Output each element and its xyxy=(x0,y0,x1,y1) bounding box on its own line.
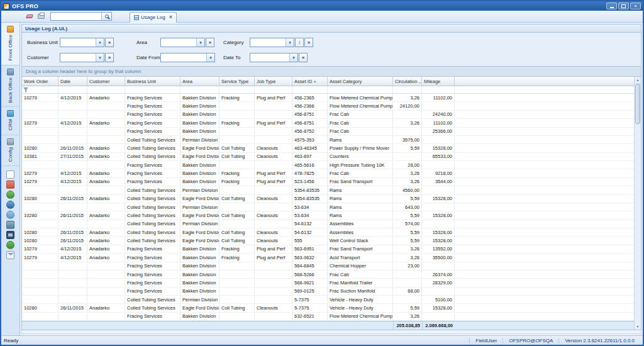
table-row[interactable]: 102794/12/2015AnadarkoFracing ServicesBa… xyxy=(22,245,634,254)
cell: 5,59 xyxy=(393,228,422,236)
report-icon[interactable] xyxy=(6,181,14,189)
table-row[interactable]: 1028026/11/2015AnadarkoCoiled Tubing Ser… xyxy=(22,228,634,237)
sidebar-tab-front-office[interactable]: Front Office xyxy=(1,23,19,65)
column-header-business-unit[interactable]: Business Unit xyxy=(125,77,180,86)
sidebar-tab-config[interactable]: Config xyxy=(1,135,19,166)
document-icon[interactable] xyxy=(6,170,14,179)
chevron-down-icon[interactable]: ▾ xyxy=(96,53,104,62)
table-row[interactable]: 102794/12/2015AnadarkoFracing ServicesBa… xyxy=(22,254,634,262)
table-row[interactable]: 102794/12/2015AnadarkoFracing ServicesBa… xyxy=(22,178,634,186)
filter-cell[interactable] xyxy=(22,86,58,93)
chevron-down-icon[interactable]: ▾ xyxy=(196,38,204,47)
horizontal-scrollbar[interactable] xyxy=(21,330,641,334)
area-combo[interactable]: ▾ xyxy=(160,38,205,47)
chevron-down-icon[interactable]: ▾ xyxy=(96,38,104,47)
filter-cell[interactable] xyxy=(255,86,292,93)
date-to-picker[interactable]: ▾ xyxy=(250,53,298,62)
chevron-down-icon[interactable]: ▾ xyxy=(286,38,294,47)
cell xyxy=(58,287,87,295)
table-row[interactable]: Fracing ServicesBakken Division456-2366F… xyxy=(22,102,634,110)
table-row[interactable]: Fracing ServicesBakken Division568-5266F… xyxy=(22,271,634,279)
column-header-area[interactable]: Area xyxy=(180,77,219,86)
clear-customer-button[interactable]: × xyxy=(105,53,114,62)
clear-business-unit-button[interactable]: × xyxy=(105,38,114,47)
filter-cell[interactable] xyxy=(58,86,87,93)
scroll-up-icon[interactable]: ▲ xyxy=(635,77,641,83)
table-row[interactable]: 1028026/11/2015AnadarkoCoiled Tubing Ser… xyxy=(22,237,634,245)
table-row[interactable]: 102794/12/2015AnadarkoFracing ServicesBa… xyxy=(22,94,634,102)
table-row[interactable]: 1028026/11/2015AnadarkoCoiled Tubing Ser… xyxy=(22,195,634,203)
table-row[interactable]: 1038127/11/2015AnadarkoCoiled Tubing Ser… xyxy=(22,153,634,161)
sidebar-tab-back-office[interactable]: Back Office xyxy=(1,65,19,108)
table-row[interactable]: Coiled Tubing ServicesPermian Division54… xyxy=(22,220,634,228)
search-input[interactable] xyxy=(51,13,101,20)
sidebar-tab-crm[interactable]: CRM xyxy=(1,107,19,135)
tab-close-icon[interactable]: × xyxy=(169,14,172,20)
start-icon[interactable] xyxy=(6,191,14,199)
cell xyxy=(219,102,255,109)
table-row[interactable]: Coiled Tubing ServicesPermian Division53… xyxy=(22,186,634,194)
eraser-button[interactable] xyxy=(24,11,35,21)
column-header-job-type[interactable]: Job Type xyxy=(255,77,292,86)
table-row[interactable]: Coiled Tubing ServicesPermian Division53… xyxy=(22,203,634,211)
cell: 5354-83535 xyxy=(292,195,328,203)
scrollbar-thumb[interactable] xyxy=(635,84,640,124)
column-header-work-order[interactable]: Work Order xyxy=(22,77,58,86)
column-header-asset-category[interactable]: Asset Category xyxy=(328,77,393,86)
chevron-down-icon[interactable]: ▾ xyxy=(289,53,297,62)
column-header-asset-id[interactable]: Asset ID ▲ xyxy=(292,77,328,86)
table-row[interactable]: 102794/12/2015AnadarkoFracing ServicesBa… xyxy=(22,119,634,127)
table-row[interactable]: Coiled Tubing ServicesPermian Division45… xyxy=(22,136,634,144)
table-row[interactable]: 102794/12/2015AnadarkoFracing ServicesBa… xyxy=(22,169,634,177)
column-header-circulation[interactable]: Circulation ... xyxy=(393,77,422,86)
filter-cell[interactable] xyxy=(87,86,125,93)
table-row[interactable]: Fracing ServicesBakken Division569-0125F… xyxy=(22,287,634,296)
table-row[interactable]: Fracing ServicesBakken Division568-9621F… xyxy=(22,279,634,287)
tab-usage-log[interactable]: Usage Log × xyxy=(130,12,177,23)
table-row[interactable]: Fracing ServicesBakken Division456-8752F… xyxy=(22,128,634,136)
filter-cell[interactable] xyxy=(219,86,255,93)
clear-date-to-button[interactable]: × xyxy=(299,53,308,62)
table-row[interactable]: Fracing ServicesBakken Division564-6845C… xyxy=(22,262,634,271)
table-row[interactable]: Fracing ServicesBakken Division456-8751F… xyxy=(22,111,634,119)
clear-area-button[interactable]: × xyxy=(206,38,214,47)
table-row[interactable]: 1028026/11/2015AnadarkoCoiled Tubing Ser… xyxy=(22,144,634,152)
column-header-customer[interactable]: Customer xyxy=(87,77,125,86)
cell: Fracing Services xyxy=(125,169,180,177)
table-row[interactable]: 1028026/11/2015AnadarkoCoiled Tubing Ser… xyxy=(22,304,634,312)
column-header-date[interactable]: Date xyxy=(58,77,87,86)
filter-cell[interactable] xyxy=(125,86,180,93)
maximize-button[interactable] xyxy=(618,3,629,9)
filter-cell[interactable] xyxy=(328,86,393,93)
filter-cell[interactable] xyxy=(180,86,219,93)
category-combo[interactable]: ▾ xyxy=(250,38,294,47)
minimize-button[interactable] xyxy=(606,3,617,9)
group-by-bar[interactable]: Drag a column header here to group by th… xyxy=(21,67,641,77)
date-from-picker[interactable]: ▾ xyxy=(160,53,215,62)
web-icon[interactable] xyxy=(6,211,14,219)
database-icon[interactable] xyxy=(6,221,14,229)
print-button[interactable] xyxy=(36,11,47,21)
search-button[interactable] xyxy=(101,13,111,20)
clear-category-button[interactable]: × xyxy=(304,38,313,47)
category-sort-button[interactable]: ↕ xyxy=(295,38,304,47)
table-row[interactable]: Fracing ServicesBakken Division632-6521F… xyxy=(22,313,634,321)
filter-cell[interactable] xyxy=(292,86,328,93)
mail-icon[interactable] xyxy=(6,251,14,259)
customer-combo[interactable]: ▾ xyxy=(60,53,104,62)
globe-icon[interactable] xyxy=(6,201,14,209)
table-row[interactable]: Coiled Tubing ServicesPermian Division5-… xyxy=(22,296,634,304)
filter-cell[interactable] xyxy=(422,86,455,93)
filter-cell[interactable] xyxy=(393,86,422,93)
vertical-scrollbar[interactable]: ▲ ▼ xyxy=(634,77,641,330)
table-row[interactable]: 1028026/11/2015AnadarkoCoiled Tubing Ser… xyxy=(22,211,634,220)
scroll-down-icon[interactable]: ▼ xyxy=(635,323,641,330)
column-header-mileage[interactable]: Mileage xyxy=(422,77,455,86)
column-header-service-type[interactable]: Service Type xyxy=(219,77,255,86)
table-row[interactable]: Fracing ServicesBakken Division465-5616H… xyxy=(22,161,634,169)
chevron-down-icon[interactable]: ▾ xyxy=(206,53,214,62)
monitor-icon[interactable] xyxy=(6,231,14,239)
close-button[interactable]: × xyxy=(630,3,641,9)
refresh-icon[interactable] xyxy=(6,241,14,249)
business-unit-combo[interactable]: ▾ xyxy=(60,38,104,47)
